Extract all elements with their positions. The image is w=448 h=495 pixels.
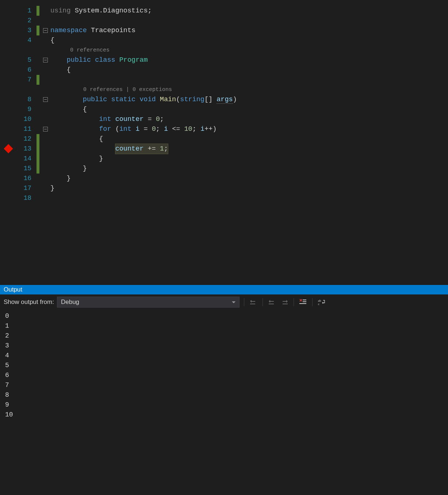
svg-rect-0 bbox=[250, 304, 255, 304]
code-line[interactable]: counter += 1; bbox=[50, 144, 448, 154]
code-line[interactable]: { bbox=[50, 134, 448, 144]
previous-icon[interactable] bbox=[249, 297, 258, 307]
minus-box-icon bbox=[43, 97, 48, 102]
toolbar-separator bbox=[312, 298, 313, 306]
code-line[interactable]: { bbox=[50, 104, 448, 114]
code-line[interactable]: using System.Diagnostics; bbox=[50, 6, 448, 16]
change-marker bbox=[37, 164, 39, 174]
svg-rect-5 bbox=[299, 303, 306, 304]
output-line: 8 bbox=[5, 390, 443, 400]
line-number: 10 bbox=[15, 114, 31, 124]
svg-rect-3 bbox=[303, 300, 306, 300]
line-number: 8 bbox=[15, 95, 31, 104]
change-marker bbox=[37, 26, 39, 35]
output-line: 4 bbox=[5, 351, 443, 361]
change-marker bbox=[37, 193, 39, 203]
code-line[interactable]: } bbox=[50, 174, 448, 183]
line-number: 17 bbox=[15, 183, 31, 193]
svg-rect-4 bbox=[303, 301, 306, 302]
change-marker bbox=[37, 65, 39, 75]
output-panel: Output Show output from: Debug abc 01234… bbox=[0, 285, 448, 495]
code-line[interactable]: public class Program bbox=[50, 55, 448, 65]
line-number: 6 bbox=[15, 65, 31, 75]
change-marker bbox=[37, 124, 39, 134]
line-number: 4 bbox=[15, 35, 31, 45]
output-line: 0 bbox=[5, 311, 443, 321]
line-number: 5 bbox=[15, 55, 31, 65]
output-line: 1 bbox=[5, 321, 443, 331]
line-number: 2 bbox=[15, 16, 31, 26]
output-source-selected: Debug bbox=[61, 298, 79, 306]
change-marker bbox=[37, 16, 39, 26]
line-number: 16 bbox=[15, 174, 31, 183]
breakpoint-margin[interactable] bbox=[0, 0, 15, 285]
code-line[interactable]: public static void Main(string[] args) bbox=[50, 95, 448, 104]
toolbar-separator bbox=[244, 298, 244, 306]
code-folding-gutter[interactable] bbox=[40, 0, 50, 285]
change-marker bbox=[37, 114, 39, 124]
line-number: 14 bbox=[15, 154, 31, 164]
indent-left-icon[interactable] bbox=[267, 297, 277, 307]
change-marker bbox=[37, 154, 39, 164]
fold-toggle[interactable] bbox=[40, 26, 50, 35]
code-line[interactable] bbox=[50, 75, 448, 85]
show-output-from-label: Show output from: bbox=[4, 298, 54, 306]
change-marker bbox=[37, 35, 39, 45]
output-content[interactable]: 012345678910 bbox=[0, 310, 448, 495]
fold-toggle[interactable] bbox=[40, 124, 50, 134]
output-line: 3 bbox=[5, 341, 443, 351]
chevron-down-icon bbox=[232, 301, 236, 303]
output-toolbar: Show output from: Debug abc bbox=[0, 294, 448, 310]
change-marker bbox=[37, 6, 39, 16]
code-line[interactable]: } bbox=[50, 164, 448, 174]
output-line: 9 bbox=[5, 400, 443, 410]
code-line[interactable]: { bbox=[50, 65, 448, 75]
change-marker bbox=[37, 183, 39, 193]
code-line[interactable]: } bbox=[50, 154, 448, 164]
code-editor[interactable]: 123456789101112131415161718 using System… bbox=[0, 0, 448, 285]
change-indicator-gutter bbox=[37, 0, 40, 285]
change-marker bbox=[37, 174, 39, 183]
line-number: 7 bbox=[15, 75, 31, 85]
output-line: 10 bbox=[5, 410, 443, 420]
indent-right-icon[interactable] bbox=[280, 297, 289, 307]
word-wrap-icon[interactable]: abc bbox=[317, 297, 326, 307]
change-marker bbox=[37, 104, 39, 114]
minus-box-icon bbox=[43, 58, 48, 62]
minus-box-icon bbox=[43, 28, 48, 33]
code-line[interactable] bbox=[50, 193, 448, 203]
change-marker bbox=[37, 95, 39, 104]
toolbar-separator bbox=[263, 298, 263, 306]
codelens-annotation[interactable]: 0 references bbox=[50, 45, 448, 55]
code-line[interactable]: } bbox=[50, 183, 448, 193]
line-number: 12 bbox=[15, 134, 31, 144]
tracepoint-glyph-icon[interactable] bbox=[4, 144, 13, 153]
code-line[interactable]: { bbox=[50, 35, 448, 45]
line-number: 15 bbox=[15, 164, 31, 174]
code-content[interactable]: using System.Diagnostics;namespace Trace… bbox=[50, 0, 448, 285]
clear-all-icon[interactable] bbox=[298, 297, 308, 307]
codelens-annotation[interactable]: 0 references | 0 exceptions bbox=[50, 85, 448, 95]
line-number: 13 bbox=[15, 144, 31, 154]
code-line[interactable] bbox=[50, 16, 448, 26]
output-line: 7 bbox=[5, 380, 443, 390]
fold-toggle[interactable] bbox=[40, 95, 50, 104]
output-source-dropdown[interactable]: Debug bbox=[57, 297, 240, 308]
output-line: 5 bbox=[5, 361, 443, 370]
svg-rect-1 bbox=[269, 304, 274, 304]
output-panel-title: Output bbox=[0, 285, 448, 294]
change-marker bbox=[37, 55, 39, 65]
output-line: 2 bbox=[5, 331, 443, 341]
change-marker bbox=[37, 144, 39, 154]
line-number: 1 bbox=[15, 6, 31, 16]
fold-toggle[interactable] bbox=[40, 55, 50, 65]
code-line[interactable]: for (int i = 0; i <= 10; i++) bbox=[50, 124, 448, 134]
svg-text:c: c bbox=[318, 302, 319, 305]
code-line[interactable]: int counter = 0; bbox=[50, 114, 448, 124]
line-number: 9 bbox=[15, 104, 31, 114]
output-line: 6 bbox=[5, 370, 443, 380]
toolbar-separator bbox=[294, 298, 294, 306]
line-number: 11 bbox=[15, 124, 31, 134]
line-number: 3 bbox=[15, 26, 31, 35]
code-line[interactable]: namespace Tracepoints bbox=[50, 26, 448, 35]
